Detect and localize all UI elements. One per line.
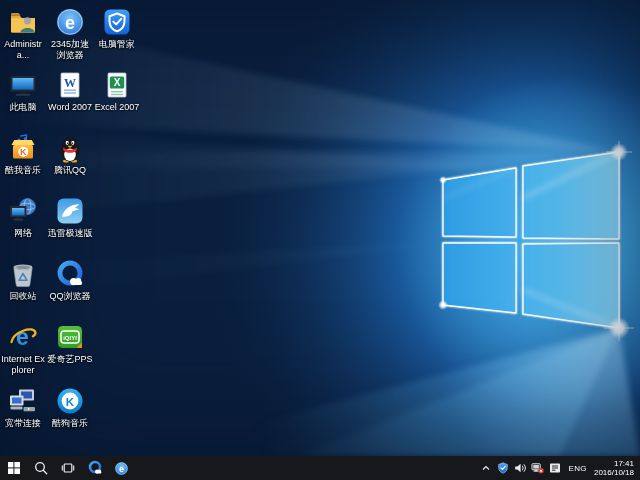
taskbar-qq-browser-button[interactable] (81, 456, 108, 480)
svg-text:W: W (64, 76, 76, 90)
desktop-icon-this-pc[interactable]: 此电脑 (0, 68, 46, 113)
network-error-icon (531, 462, 544, 474)
desktop-icon-2345-browser[interactable]: e 2345加速浏览器 (47, 5, 93, 60)
desktop-icon-label: 酷狗音乐 (47, 418, 93, 429)
broadband-connection-icon (0, 384, 46, 416)
svg-text:e: e (119, 463, 124, 473)
svg-text:K: K (20, 147, 27, 157)
this-pc-icon (0, 68, 46, 100)
pc-manager-tray-icon (497, 462, 509, 474)
browser-2345-taskbar-icon: e (114, 461, 129, 476)
volume-icon (514, 462, 526, 474)
desktop-icon-pc-manager[interactable]: 电脑管家 (94, 5, 140, 50)
desktop-icon-label: 电脑管家 (94, 39, 140, 50)
system-tray: ENG 17:41 2016/10/18 (480, 456, 640, 480)
pc-manager-shield-icon (94, 5, 140, 37)
ime-icon (549, 462, 561, 474)
clock-date: 2016/10/18 (594, 468, 634, 477)
start-button[interactable] (0, 456, 27, 480)
desktop-icon-kuwo-music[interactable]: K 酷我音乐 (0, 131, 46, 176)
desktop-icon-broadband[interactable]: 宽带连接 (0, 384, 46, 429)
taskbar: e (0, 456, 640, 480)
svg-text:X: X (114, 77, 121, 88)
desktop-icon-label: QQ浏览器 (47, 291, 93, 302)
desktop-icon-label: 腾讯QQ (47, 165, 93, 176)
recycle-bin-icon (0, 257, 46, 289)
desktop-icon-network[interactable]: 网络 (0, 194, 46, 239)
svg-text:iQIYI: iQIYI (63, 335, 77, 341)
desktop-icon-label: 迅雷极速版 (47, 228, 93, 239)
tray-volume[interactable] (514, 462, 526, 474)
task-view-icon (61, 461, 75, 475)
tray-ime[interactable] (549, 462, 561, 474)
search-button[interactable] (27, 456, 54, 480)
chevron-up-icon (480, 462, 492, 474)
desktop-icon-kugou-music[interactable]: K 酷狗音乐 (47, 384, 93, 429)
qq-browser-taskbar-icon (87, 460, 103, 476)
task-view-button[interactable] (54, 456, 81, 480)
svg-text:e: e (65, 13, 75, 33)
windows-desktop-screen: Administra... e 2345加速浏览器 电脑管家 (0, 0, 640, 480)
desktop-icon-excel-2007[interactable]: X Excel 2007 (94, 68, 140, 113)
desktop[interactable]: Administra... e 2345加速浏览器 电脑管家 (0, 0, 640, 456)
desktop-icon-internet-explorer[interactable]: e Internet Explorer (0, 320, 46, 375)
thunder-bird-icon (47, 194, 93, 226)
desktop-icon-label: 2345加速浏览器 (47, 39, 93, 60)
taskbar-2345-browser-button[interactable]: e (108, 456, 135, 480)
desktop-icon-iqiyi-pps[interactable]: iQIYI 爱奇艺PPS (47, 320, 93, 365)
tray-chevron-button[interactable] (480, 462, 492, 474)
desktop-icon-label: 此电脑 (0, 102, 46, 113)
search-icon (34, 461, 48, 475)
language-indicator[interactable]: ENG (566, 464, 589, 473)
taskbar-left: e (0, 456, 135, 480)
svg-text:e: e (16, 324, 29, 350)
windows-start-icon (7, 461, 21, 475)
tray-pc-manager[interactable] (497, 462, 509, 474)
svg-text:K: K (66, 396, 75, 408)
desktop-icon-label: 爱奇艺PPS (47, 354, 93, 365)
user-folder-icon (0, 5, 46, 37)
tray-network[interactable] (531, 462, 544, 474)
desktop-icon-label: Administra... (0, 39, 46, 60)
desktop-icon-label: 网络 (0, 228, 46, 239)
desktop-icon-thunder[interactable]: 迅雷极速版 (47, 194, 93, 239)
qq-penguin-icon (47, 131, 93, 163)
desktop-icon-administrator[interactable]: Administra... (0, 5, 46, 60)
desktop-icon-label: 酷我音乐 (0, 165, 46, 176)
desktop-icon-label: Internet Explorer (0, 354, 46, 375)
internet-explorer-icon: e (0, 320, 46, 352)
desktop-icon-recycle-bin[interactable]: 回收站 (0, 257, 46, 302)
kugou-music-icon: K (47, 384, 93, 416)
taskbar-clock[interactable]: 17:41 2016/10/18 (594, 459, 634, 477)
desktop-icon-label: Word 2007 (47, 102, 93, 113)
desktop-icon-qq-browser[interactable]: QQ浏览器 (47, 257, 93, 302)
desktop-icon-label: 宽带连接 (0, 418, 46, 429)
iqiyi-pps-icon: iQIYI (47, 320, 93, 352)
excel-document-icon: X (94, 68, 140, 100)
clock-time: 17:41 (594, 459, 634, 468)
desktop-icon-word-2007[interactable]: W Word 2007 (47, 68, 93, 113)
desktop-icon-label: Excel 2007 (94, 102, 140, 113)
qq-browser-q-icon (47, 257, 93, 289)
desktop-icon-tencent-qq[interactable]: 腾讯QQ (47, 131, 93, 176)
kuwo-music-box-icon: K (0, 131, 46, 163)
browser-2345-icon: e (47, 5, 93, 37)
word-document-icon: W (47, 68, 93, 100)
network-globe-icon (0, 194, 46, 226)
desktop-icon-label: 回收站 (0, 291, 46, 302)
